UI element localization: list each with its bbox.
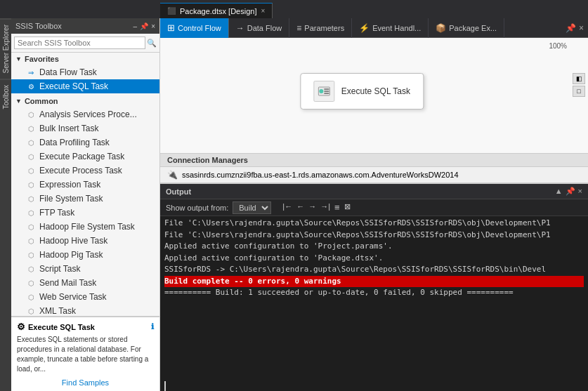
tab-event-handlers[interactable]: ⚡ Event Handl...: [352, 18, 429, 38]
output-close-btn[interactable]: ×: [578, 187, 582, 196]
ftp-task-item[interactable]: ⬡ FTP Task: [11, 206, 159, 220]
event-tab-icon: ⚡: [359, 23, 370, 33]
data-flow-task-item[interactable]: ⇒ Data Flow Task: [11, 65, 159, 79]
package-tab[interactable]: ⬛ Package.dtsx [Design] ×: [160, 3, 273, 18]
info-description: Executes SQL statements or stored proced…: [17, 335, 154, 374]
output-up-btn[interactable]: ▲: [555, 187, 563, 196]
xml-task-item[interactable]: ⬡ XML Task: [11, 304, 159, 316]
script-icon: ⬡: [25, 263, 37, 274]
canvas-tool-2[interactable]: □: [573, 86, 585, 97]
tab-parameters[interactable]: ≡ Parameters: [289, 18, 352, 38]
favorites-section-header[interactable]: ▼ Favorites: [11, 53, 159, 65]
data-flow-icon: ⇒: [25, 67, 37, 78]
connection-managers-title: Connection Managers: [160, 154, 588, 167]
hadoop-hive-icon: ⬡: [25, 235, 37, 246]
data-profiling-label: Data Profiling Task: [39, 138, 110, 147]
tab-data-flow[interactable]: → Data Flow: [229, 18, 290, 38]
execute-sql-svg-icon: [317, 84, 331, 98]
execute-sql-task-box[interactable]: Execute SQL Task: [300, 73, 424, 110]
file-system-label: File System Task: [39, 194, 103, 204]
connection-item[interactable]: 🔌 ssasinrds.cumznzii9fba.us-east-1.rds.a…: [160, 167, 588, 183]
file-system-item[interactable]: ⬡ File System Task: [11, 192, 159, 206]
script-task-item[interactable]: ⬡ Script Task: [11, 262, 159, 276]
out-btn-1[interactable]: |←: [281, 202, 294, 213]
expression-label: Expression Task: [39, 180, 100, 190]
ftp-icon: ⬡: [25, 207, 37, 218]
common-label: Common: [25, 97, 58, 105]
search-input[interactable]: [14, 37, 145, 49]
params-tab-icon: ≡: [296, 23, 301, 33]
pkg-tab-label: Package Ex...: [449, 24, 497, 32]
connection-icon: 🔌: [167, 170, 178, 180]
file-system-icon: ⬡: [25, 193, 37, 204]
designer-tab-close[interactable]: ×: [579, 23, 584, 33]
hadoop-pig-item[interactable]: ⬡ Hadoop Pig Task: [11, 248, 159, 262]
toolbox-header: SSIS Toolbox – 📌 ×: [11, 18, 159, 34]
tab-package-explorer[interactable]: 📦 Package Ex...: [429, 18, 504, 38]
execute-sql-task-item[interactable]: ⚙ Execute SQL Task: [11, 79, 159, 93]
vertical-tabs-panel: Server Explorer Toolbox: [0, 18, 11, 391]
canvas-tools: ◧ □: [573, 73, 585, 97]
output-content: File 'C:\Users\rajendra.gupta\Source\Rep…: [160, 216, 588, 381]
canvas-tool-1[interactable]: ◧: [573, 73, 585, 84]
find-samples-link[interactable]: Find Samples: [17, 378, 154, 387]
execute-package-label: Execute Package Task: [39, 152, 124, 161]
output-source-select[interactable]: Build: [233, 201, 271, 214]
execute-sql-label: Execute SQL Task: [39, 81, 108, 91]
out-btn-2[interactable]: ←: [295, 202, 306, 213]
info-icon[interactable]: ℹ: [151, 322, 154, 331]
output-dock-btn[interactable]: 📌: [566, 187, 575, 196]
server-explorer-tab[interactable]: Server Explorer: [0, 18, 11, 79]
toolbox-title: SSIS Toolbox: [15, 22, 62, 30]
tab-close[interactable]: ×: [261, 7, 265, 15]
designer-tab-pin[interactable]: 📌: [566, 23, 576, 33]
output-line-7: ========== Build: 1 succeeded or up-to-d…: [164, 287, 584, 299]
info-task-icon: ⚙: [17, 322, 25, 332]
toolbox-close-icon[interactable]: ×: [151, 22, 155, 30]
expression-task-item[interactable]: ⬡ Expression Task: [11, 178, 159, 192]
xml-label: XML Task: [39, 306, 76, 316]
control-flow-label: Control Flow: [178, 24, 221, 32]
web-service-item[interactable]: ⬡ Web Service Task: [11, 290, 159, 304]
ssis-toolbox-panel: SSIS Toolbox – 📌 × 🔍 ▼ Favorites: [11, 18, 160, 391]
svg-point-1: [319, 89, 323, 93]
data-profiling-item[interactable]: ⬡ Data Profiling Task: [11, 135, 159, 150]
ftp-label: FTP Task: [39, 208, 74, 218]
xml-icon: ⬡: [25, 305, 37, 316]
connection-managers-panel: Connection Managers 🔌 ssasinrds.cumznzii…: [160, 154, 588, 184]
analysis-services-item[interactable]: ⬡ Analysis Services Proce...: [11, 107, 159, 121]
common-section-header[interactable]: ▼ Common: [11, 95, 159, 107]
hadoop-pig-label: Hadoop Pig Task: [39, 250, 103, 260]
hadoop-fs-item[interactable]: ⬡ Hadoop File System Task: [11, 220, 159, 234]
bulk-insert-item[interactable]: ⬡ Bulk Insert Task: [11, 121, 159, 135]
task-icon-box: [313, 81, 334, 102]
toolbox-tab[interactable]: Toolbox: [0, 79, 11, 114]
params-tab-label: Parameters: [304, 24, 344, 32]
output-line-4: Applied active configuration to 'Package…: [164, 253, 584, 265]
pin-button[interactable]: –: [133, 22, 138, 30]
out-btn-3[interactable]: →: [307, 202, 318, 213]
expression-icon: ⬡: [25, 179, 37, 190]
analysis-label: Analysis Services Proce...: [39, 110, 137, 119]
out-btn-6[interactable]: ⊠: [343, 202, 352, 213]
tab-control-flow[interactable]: ⊞ Control Flow: [160, 18, 229, 38]
pkg-tab-icon: 📦: [436, 23, 446, 33]
execute-process-icon: ⬡: [25, 165, 37, 176]
tab-label: Package.dtsx [Design]: [180, 7, 256, 15]
hadoop-hive-item[interactable]: ⬡ Hadoop Hive Task: [11, 234, 159, 248]
info-title-row: ⚙ Execute SQL Task ℹ: [17, 322, 154, 332]
execute-process-item[interactable]: ⬡ Execute Process Task: [11, 164, 159, 178]
output-line-1: File 'C:\Users\rajendra.gupta\Source\Rep…: [164, 218, 584, 230]
send-mail-item[interactable]: ⬡ Send Mail Task: [11, 276, 159, 290]
out-btn-4[interactable]: →|: [319, 202, 332, 213]
execute-sql-icon: ⚙: [25, 81, 37, 92]
toolbox-tree: ▼ Favorites ⇒ Data Flow Task ⚙ Execute S…: [11, 53, 159, 316]
execute-package-item[interactable]: ⬡ Execute Package Task: [11, 150, 159, 164]
toolbox-pin-icon[interactable]: 📌: [140, 22, 148, 30]
control-flow-icon: ⊞: [167, 22, 175, 33]
hadoop-hive-label: Hadoop Hive Task: [39, 236, 107, 246]
favorites-arrow: ▼: [15, 55, 22, 62]
bulk-label: Bulk Insert Task: [39, 124, 98, 133]
script-label: Script Task: [39, 264, 80, 274]
out-btn-5[interactable]: ≡: [333, 202, 341, 213]
